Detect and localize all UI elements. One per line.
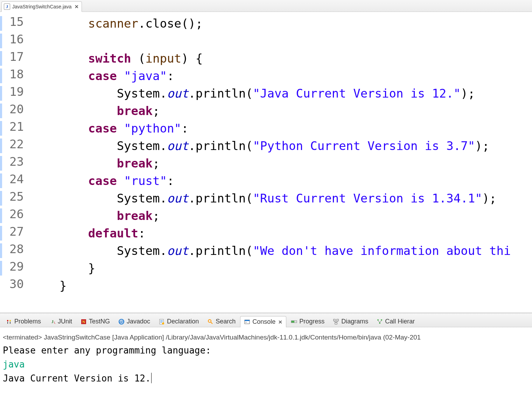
editor-tab-active[interactable]: J JavaStringSwitchCase.java ✕ — [1, 1, 82, 12]
line-number: 19 — [0, 85, 31, 102]
view-tab-search[interactable]: Search — [203, 316, 239, 327]
view-tab-label: Declaration — [167, 318, 199, 325]
svg-text:@: @ — [119, 319, 124, 324]
console-user-input: java — [3, 357, 529, 371]
line-number: 30 — [0, 277, 31, 294]
view-tab-callhier[interactable]: Call Hierar — [373, 316, 419, 327]
testng-icon: N — [80, 319, 87, 325]
line-number: 16 — [0, 32, 31, 50]
line-number: 20 — [0, 102, 31, 120]
view-tab-javadoc[interactable]: @Javadoc — [114, 316, 154, 327]
code-line[interactable]: case "java": — [31, 67, 532, 85]
code-line[interactable]: scanner.close(); — [31, 15, 532, 32]
line-number: 17 — [0, 50, 31, 67]
line-number: 26 — [0, 207, 31, 224]
line-number: 28 — [0, 242, 31, 259]
progress-icon — [291, 319, 297, 325]
declaration-icon — [159, 319, 165, 325]
editor-area: 15161718192021222324252627282930 scanner… — [0, 12, 532, 313]
console-output-line: Please enter any programming language: — [3, 343, 529, 357]
svg-point-31 — [381, 319, 382, 321]
svg-line-33 — [378, 321, 380, 322]
view-tab-problems[interactable]: Problems — [2, 316, 45, 327]
view-tab-label: Problems — [14, 318, 41, 325]
svg-rect-12 — [160, 320, 163, 321]
svg-point-32 — [379, 322, 380, 324]
code-line[interactable]: break; — [31, 102, 532, 120]
code-area[interactable]: scanner.close(); switch (input) { case "… — [31, 12, 532, 313]
console-banner: <terminated> JavaStringSwitchCase [Java … — [3, 334, 529, 341]
view-tab-label: Progress — [299, 318, 324, 325]
close-icon[interactable]: ✕ — [75, 4, 79, 9]
view-tab-label: Diagrams — [341, 318, 368, 325]
svg-point-30 — [377, 319, 379, 321]
svg-rect-3 — [10, 322, 10, 324]
code-line[interactable]: case "rust": — [31, 172, 532, 190]
line-number: 27 — [0, 224, 31, 242]
code-line[interactable]: System.out.println("Python Current Versi… — [31, 137, 532, 155]
svg-line-28 — [334, 321, 336, 322]
code-line[interactable]: default: — [31, 224, 532, 242]
line-number: 24 — [0, 172, 31, 190]
close-icon[interactable]: ✕ — [278, 319, 282, 325]
svg-rect-27 — [335, 322, 337, 324]
svg-rect-20 — [245, 320, 250, 321]
views-tabbar: ProblemsJUJUnitNTestNG@JavadocDeclaratio… — [0, 313, 532, 327]
line-number: 15 — [0, 15, 31, 32]
line-number: 18 — [0, 67, 31, 85]
text-cursor — [151, 373, 152, 383]
svg-point-15 — [162, 322, 164, 324]
view-tab-progress[interactable]: Progress — [287, 316, 328, 327]
console-icon — [244, 319, 250, 325]
console-view: <terminated> JavaStringSwitchCase [Java … — [0, 327, 532, 414]
svg-point-16 — [208, 320, 211, 322]
line-number: 21 — [0, 120, 31, 137]
view-tab-label: Search — [216, 318, 236, 325]
code-line[interactable] — [31, 32, 532, 50]
view-tab-label: Call Hierar — [385, 318, 415, 325]
code-line[interactable]: System.out.println("We don't have inform… — [31, 242, 532, 259]
javadoc-icon: @ — [118, 319, 125, 325]
svg-text:N: N — [82, 320, 85, 324]
line-number: 23 — [0, 155, 31, 172]
java-file-icon: J — [4, 3, 10, 10]
code-line[interactable]: switch (input) { — [31, 50, 532, 67]
view-tab-testng[interactable]: NTestNG — [77, 316, 114, 327]
svg-rect-25 — [334, 319, 335, 321]
diagrams-icon — [333, 319, 339, 325]
editor-tab-label: JavaStringSwitchCase.java — [12, 4, 72, 9]
view-tab-label: Console — [252, 318, 275, 326]
svg-text:U: U — [54, 321, 56, 324]
view-tab-label: TestNG — [89, 318, 110, 325]
code-line[interactable]: case "python": — [31, 120, 532, 137]
view-tab-declaration[interactable]: Declaration — [155, 316, 203, 327]
search-icon — [207, 319, 214, 325]
code-line[interactable]: } — [31, 277, 532, 294]
code-line[interactable]: } — [31, 259, 532, 277]
view-tab-label: Javadoc — [127, 318, 150, 325]
console-output-line: Java Current Version is 12. — [3, 371, 529, 385]
code-line[interactable]: break; — [31, 155, 532, 172]
svg-rect-23 — [291, 321, 294, 323]
editor-tabbar: J JavaStringSwitchCase.java ✕ — [0, 0, 532, 12]
call-hierarchy-icon — [377, 319, 383, 325]
code-line[interactable]: break; — [31, 207, 532, 224]
svg-rect-14 — [160, 322, 162, 323]
svg-line-34 — [380, 321, 382, 322]
svg-point-2 — [9, 320, 11, 321]
line-number-gutter: 15161718192021222324252627282930 — [0, 12, 31, 313]
view-tab-junit[interactable]: JUJUnit — [46, 316, 76, 327]
svg-text:J: J — [51, 319, 54, 324]
svg-rect-26 — [337, 319, 338, 321]
line-number: 25 — [0, 190, 31, 207]
svg-rect-1 — [7, 322, 8, 324]
view-tab-label: JUnit — [58, 318, 72, 325]
code-line[interactable]: System.out.println("Rust Current Version… — [31, 190, 532, 207]
view-tab-diagrams[interactable]: Diagrams — [329, 316, 372, 327]
svg-point-0 — [7, 320, 8, 321]
view-tab-console[interactable]: Console✕ — [240, 316, 286, 327]
line-number: 22 — [0, 137, 31, 155]
svg-line-29 — [336, 321, 338, 322]
line-number: 29 — [0, 259, 31, 277]
code-line[interactable]: System.out.println("Java Current Version… — [31, 85, 532, 102]
